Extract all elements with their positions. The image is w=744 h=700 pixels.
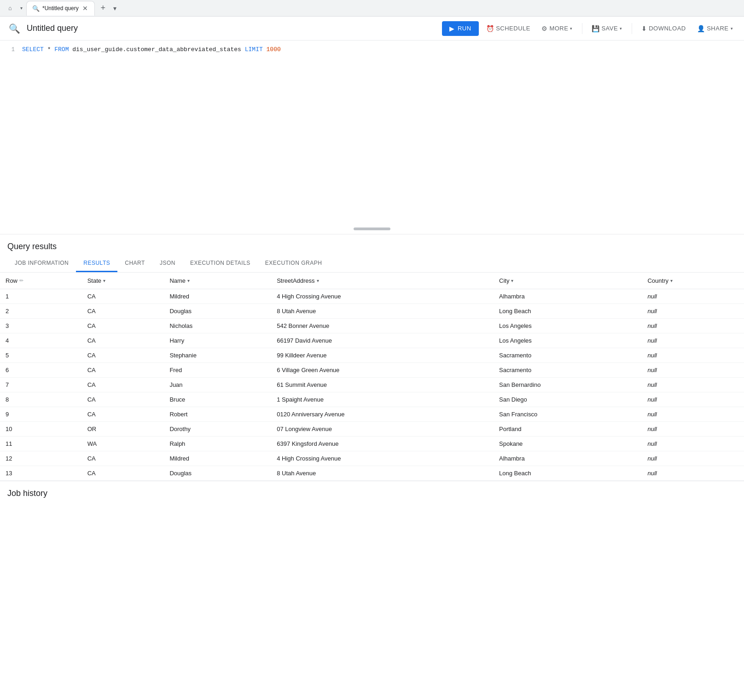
cell-street-address: 542 Bonner Avenue [271, 319, 494, 333]
cell-name: Harry [164, 333, 271, 348]
col-row-edit-icon: ✏ [19, 278, 23, 284]
toolbar-divider-2 [632, 23, 632, 34]
run-label: RUN [458, 25, 471, 32]
cell-name: Mildred [164, 451, 271, 466]
sql-editor[interactable]: 1 SELECT * FROM dis_user_guide.customer_… [0, 41, 744, 234]
run-button[interactable]: ▶ RUN [442, 21, 478, 36]
download-label: DOWNLOAD [649, 25, 686, 32]
share-icon: 👤 [697, 25, 705, 32]
cell-row-num: 6 [0, 363, 82, 378]
plus-icon: + [100, 3, 105, 13]
home-button[interactable]: ⌂ [4, 2, 17, 15]
cell-row-num: 8 [0, 392, 82, 407]
cell-country: null [642, 466, 744, 481]
col-header-city[interactable]: City ▾ [494, 273, 642, 289]
cell-country: null [642, 392, 744, 407]
cell-state: WA [82, 437, 164, 451]
tab-close-button[interactable]: ✕ [81, 5, 89, 12]
tab-bar: ⌂ ▾ 🔍 *Untitled query ✕ + ▾ [0, 0, 744, 17]
tab-results[interactable]: RESULTS [76, 255, 117, 272]
cell-row-num: 12 [0, 451, 82, 466]
col-country-sort-icon[interactable]: ▾ [670, 278, 673, 283]
col-state-sort-icon[interactable]: ▾ [103, 278, 105, 283]
tab-execution-details[interactable]: EXECUTION DETAILS [183, 255, 258, 272]
cell-city: San Diego [494, 392, 642, 407]
cell-city: Sacramento [494, 363, 642, 378]
job-history-title: Job history [7, 489, 47, 498]
save-arrow-icon: ▾ [620, 26, 622, 31]
tab-json[interactable]: JSON [152, 255, 183, 272]
save-icon: 💾 [592, 25, 600, 32]
col-header-name[interactable]: Name ▾ [164, 273, 271, 289]
table-row: 13CADouglas8 Utah AvenueLong Beachnull [0, 466, 744, 481]
cell-country: null [642, 289, 744, 304]
tab-more-button[interactable]: ▾ [111, 3, 118, 14]
table-row: 12CAMildred4 High Crossing AvenueAlhambr… [0, 451, 744, 466]
new-tab-button[interactable]: + [97, 2, 110, 15]
cell-state: CA [82, 348, 164, 363]
sql-star: * [47, 46, 55, 53]
line-number: 1 [7, 47, 15, 53]
col-header-row: Row ✏ [0, 273, 82, 289]
cell-row-num: 7 [0, 378, 82, 392]
cell-city: Spokane [494, 437, 642, 451]
schedule-icon: ⏰ [486, 25, 494, 32]
save-button[interactable]: 💾 SAVE ▾ [588, 22, 626, 35]
table-row: 1CAMildred4 High Crossing AvenueAlhambra… [0, 289, 744, 304]
tab-chart[interactable]: CHART [117, 255, 152, 272]
tab-arrow-button[interactable]: ▾ [18, 4, 24, 12]
cell-street-address: 99 Killdeer Avenue [271, 348, 494, 363]
page-title: Untitled query [27, 23, 438, 33]
cell-street-address: 1 Spaight Avenue [271, 392, 494, 407]
results-table-container: Row ✏ State ▾ Name ▾ [0, 273, 744, 481]
cell-city: Los Angeles [494, 333, 642, 348]
cell-city: Alhambra [494, 451, 642, 466]
col-header-country[interactable]: Country ▾ [642, 273, 744, 289]
col-country-label: Country [647, 277, 668, 284]
cell-street-address: 6397 Kingsford Avenue [271, 437, 494, 451]
schedule-label: SCHEDULE [496, 25, 530, 32]
download-button[interactable]: ⬇ DOWNLOAD [638, 22, 690, 35]
cell-city: Los Angeles [494, 319, 642, 333]
share-arrow-icon: ▾ [731, 26, 733, 31]
run-play-icon: ▶ [449, 25, 455, 32]
cell-row-num: 5 [0, 348, 82, 363]
table-header-row: Row ✏ State ▾ Name ▾ [0, 273, 744, 289]
tab-job-information[interactable]: JOB INFORMATION [7, 255, 76, 272]
query-results-section: Query results JOB INFORMATION RESULTS CH… [0, 234, 744, 481]
tab-execution-graph[interactable]: EXECUTION GRAPH [258, 255, 330, 272]
job-history-section: Job history [0, 481, 744, 506]
sql-select-keyword: SELECT [22, 46, 44, 53]
col-header-street-address[interactable]: StreetAddress ▾ [271, 273, 494, 289]
cell-state: CA [82, 451, 164, 466]
horizontal-scrollbar[interactable] [354, 228, 390, 230]
cell-street-address: 0120 Anniversary Avenue [271, 407, 494, 422]
cell-row-num: 1 [0, 289, 82, 304]
cell-state: OR [82, 422, 164, 437]
cell-name: Stephanie [164, 348, 271, 363]
results-table: Row ✏ State ▾ Name ▾ [0, 273, 744, 481]
schedule-button[interactable]: ⏰ SCHEDULE [482, 22, 534, 35]
col-row-label: Row [6, 277, 17, 284]
cell-street-address: 8 Utah Avenue [271, 304, 494, 319]
table-row: 8CABruce1 Spaight AvenueSan Diegonull [0, 392, 744, 407]
results-tabs: JOB INFORMATION RESULTS CHART JSON EXECU… [0, 255, 744, 273]
sql-limit-value: 1000 [267, 46, 281, 53]
cell-street-address: 8 Utah Avenue [271, 466, 494, 481]
col-city-sort-icon[interactable]: ▾ [511, 278, 513, 283]
tab-untitled-query[interactable]: 🔍 *Untitled query ✕ [26, 1, 95, 16]
col-header-state[interactable]: State ▾ [82, 273, 164, 289]
editor-line-1: 1 SELECT * FROM dis_user_guide.customer_… [7, 46, 737, 53]
query-results-title: Query results [0, 234, 744, 251]
cell-state: CA [82, 466, 164, 481]
share-button[interactable]: 👤 SHARE ▾ [693, 22, 737, 35]
col-name-sort-icon[interactable]: ▾ [187, 278, 190, 283]
cell-name: Dorothy [164, 422, 271, 437]
sql-from-keyword: FROM [54, 46, 69, 53]
cell-city: Long Beach [494, 304, 642, 319]
tab-label: *Untitled query [42, 5, 79, 12]
sql-content: SELECT * FROM dis_user_guide.customer_da… [22, 46, 281, 53]
more-button[interactable]: ⚙ MORE ▾ [538, 22, 576, 35]
col-street-sort-icon[interactable]: ▾ [317, 278, 319, 283]
cell-state: CA [82, 333, 164, 348]
